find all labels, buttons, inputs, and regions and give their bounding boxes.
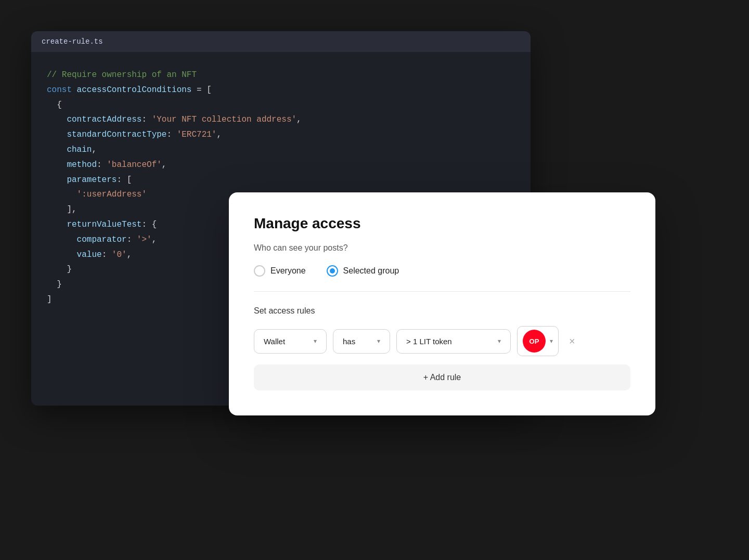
radio-circle-everyone [254, 265, 265, 277]
token-chevron-icon: ▾ [498, 337, 501, 345]
code-line-3: { [47, 98, 515, 113]
modal-title: Manage access [254, 215, 630, 232]
add-rule-label: + Add rule [423, 373, 461, 382]
code-line-6: chain, [47, 142, 515, 158]
rule-row: Wallet ▾ has ▾ > 1 LIT token ▾ OP ▾ × [254, 326, 630, 356]
wallet-select[interactable]: Wallet ▾ [254, 329, 327, 354]
has-select[interactable]: has ▾ [333, 329, 390, 354]
code-line-8: parameters: [ [47, 173, 515, 188]
radio-option-everyone[interactable]: Everyone [254, 265, 306, 277]
radio-group: Everyone Selected group [254, 265, 630, 277]
code-line-4: contractAddress: 'Your NFT collection ad… [47, 112, 515, 127]
code-line-7: method: 'balanceOf', [47, 158, 515, 173]
op-badge: OP [523, 330, 546, 353]
token-select[interactable]: > 1 LIT token ▾ [396, 329, 511, 354]
radio-option-selected-group[interactable]: Selected group [327, 265, 399, 277]
add-rule-button[interactable]: + Add rule [254, 364, 630, 390]
remove-rule-button[interactable]: × [565, 333, 579, 349]
has-label: has [343, 337, 355, 346]
op-label: OP [530, 337, 539, 345]
code-line-5: standardContractType: 'ERC721', [47, 127, 515, 142]
divider [254, 291, 630, 292]
wallet-label: Wallet [264, 337, 285, 346]
radio-label-selected-group: Selected group [343, 266, 399, 276]
close-icon: × [569, 335, 575, 347]
radio-circle-selected-group [327, 265, 338, 277]
code-line-1: // Require ownership of an NFT [47, 68, 515, 83]
code-line-2: const accessControlConditions = [ [47, 83, 515, 98]
network-chevron-icon: ▾ [550, 337, 553, 345]
editor-filename: create-rule.ts [42, 37, 103, 46]
radio-label-everyone: Everyone [270, 266, 306, 276]
has-chevron-icon: ▾ [377, 337, 380, 345]
section-label: Set access rules [254, 306, 630, 316]
network-select[interactable]: OP ▾ [517, 326, 559, 356]
editor-titlebar: create-rule.ts [31, 31, 531, 52]
wallet-chevron-icon: ▾ [314, 337, 317, 345]
manage-access-modal: Manage access Who can see your posts? Ev… [229, 192, 655, 415]
modal-subtitle: Who can see your posts? [254, 243, 630, 253]
token-label: > 1 LIT token [406, 337, 452, 346]
